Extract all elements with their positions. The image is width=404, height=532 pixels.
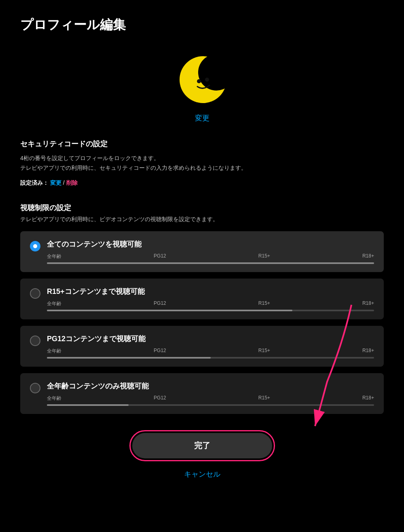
rating-bar-pg12 xyxy=(47,357,374,359)
radio-r15 xyxy=(30,288,40,299)
parental-description: テレビやアプリでの利用時に、ビデオコンテンツの視聴制限を設定できます。 xyxy=(20,216,384,223)
security-set-label: 設定済み： xyxy=(20,179,49,186)
rating-label-pg12: PG12コンテンツまで視聴可能 xyxy=(47,334,374,344)
cancel-link[interactable]: キャンセル xyxy=(184,469,220,479)
svg-point-2 xyxy=(197,79,201,83)
parental-section: 視聴制限の設定 テレビやアプリでの利用時に、ビデオコンテンツの視聴制限を設定でき… xyxy=(20,203,384,414)
rating-bar-allage xyxy=(47,404,374,406)
security-section: セキュリティコードの設定 4桁の番号を設定してプロフィールをロックできます。 テ… xyxy=(20,139,384,187)
svg-point-3 xyxy=(205,78,209,82)
rating-option-allage[interactable]: 全年齢コンテンツのみ視聴可能 全年齢 PG12 R15+ R18+ xyxy=(20,373,384,414)
rating-label-r15: R15+コンテンツまで視聴可能 xyxy=(47,287,374,296)
rating-option-r15[interactable]: R15+コンテンツまで視聴可能 全年齢 PG12 R15+ R18+ xyxy=(20,279,384,319)
security-description: 4桁の番号を設定してプロフィールをロックできます。 テレビやアプリでの利用時に、… xyxy=(20,154,384,173)
bottom-section: 完了 キャンセル xyxy=(20,430,384,479)
rating-options: 全てのコンテンツを視聴可能 全年齢 PG12 R15+ R18+ R15+コンテ… xyxy=(20,231,384,414)
avatar-image xyxy=(174,50,231,107)
security-change-link[interactable]: 変更 xyxy=(50,179,61,186)
radio-all xyxy=(30,241,40,251)
radio-pg12 xyxy=(30,336,40,346)
done-button[interactable]: 完了 xyxy=(132,433,272,458)
rating-bar-all xyxy=(47,262,374,264)
security-section-title: セキュリティコードの設定 xyxy=(20,139,384,149)
security-delete-link[interactable]: 削除 xyxy=(66,179,78,186)
security-set-row: 設定済み： 変更 / 削除 xyxy=(20,179,384,187)
rating-label-all: 全てのコンテンツを視聴可能 xyxy=(47,239,374,249)
parental-section-title: 視聴制限の設定 xyxy=(20,203,384,213)
radio-allage xyxy=(30,383,40,393)
page-title: プロフィール編集 xyxy=(20,16,384,34)
rating-option-pg12[interactable]: PG12コンテンツまで視聴可能 全年齢 PG12 R15+ R18+ xyxy=(20,326,384,367)
rating-bar-r15 xyxy=(47,310,374,311)
rating-scale-r15: 全年齢 PG12 R15+ R18+ xyxy=(47,300,374,307)
rating-label-allage: 全年齢コンテンツのみ視聴可能 xyxy=(47,381,374,391)
security-separator: / xyxy=(63,179,66,186)
rating-option-all[interactable]: 全てのコンテンツを視聴可能 全年齢 PG12 R15+ R18+ xyxy=(20,231,384,272)
done-button-wrapper: 完了 xyxy=(129,430,275,461)
avatar-section: 変更 xyxy=(20,50,384,123)
avatar-change-link[interactable]: 変更 xyxy=(195,113,209,123)
rating-scale-pg12: 全年齢 PG12 R15+ R18+ xyxy=(47,348,374,355)
rating-scale-allage: 全年齢 PG12 R15+ R18+ xyxy=(47,395,374,402)
rating-scale-all: 全年齢 PG12 R15+ R18+ xyxy=(47,253,374,260)
